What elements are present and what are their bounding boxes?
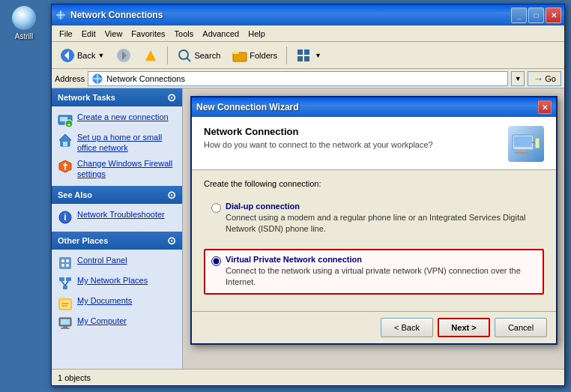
home-office-link[interactable]: Set up a home or small office network bbox=[58, 130, 176, 156]
astrill-label: Astrill bbox=[15, 32, 33, 40]
vpn-radio[interactable] bbox=[211, 256, 221, 266]
status-bar: 1 objects bbox=[52, 369, 564, 385]
see-also-expand-icon: ⊙ bbox=[167, 189, 176, 201]
minimize-button[interactable]: _ bbox=[511, 7, 527, 23]
back-label: Back bbox=[77, 51, 95, 60]
address-dropdown[interactable]: ▼ bbox=[511, 71, 525, 86]
toolbar-separator-2 bbox=[286, 46, 287, 64]
svg-line-35 bbox=[61, 281, 65, 286]
views-button[interactable]: ▼ bbox=[291, 45, 327, 66]
forward-button[interactable] bbox=[111, 45, 136, 66]
network-tasks-section: Network Tasks ⊙ + bbox=[52, 88, 182, 184]
desktop-icon-astrill[interactable]: Astrill bbox=[6, 6, 42, 40]
my-computer-link[interactable]: My Computer bbox=[58, 313, 176, 334]
wizard-title: New Connection Wizard bbox=[196, 102, 538, 112]
menu-view[interactable]: View bbox=[100, 28, 127, 40]
window-icon bbox=[55, 9, 67, 21]
vpn-title: Virtual Private Network connection bbox=[226, 255, 537, 264]
search-button[interactable]: Search bbox=[172, 45, 226, 66]
address-value: Network Connections bbox=[106, 74, 185, 83]
back-wizard-button[interactable]: < Back bbox=[381, 318, 433, 337]
see-also-header[interactable]: See Also ⊙ bbox=[52, 186, 182, 204]
other-places-header[interactable]: Other Places ⊙ bbox=[52, 232, 182, 250]
address-label: Address bbox=[55, 74, 85, 83]
wizard-header-title: Network Connection bbox=[204, 126, 508, 137]
svg-point-31 bbox=[66, 264, 69, 267]
up-button[interactable] bbox=[138, 45, 163, 66]
create-connection-label: Create a new connection bbox=[77, 112, 169, 122]
network-tasks-header[interactable]: Network Tasks ⊙ bbox=[52, 88, 182, 106]
dialup-radio[interactable] bbox=[211, 203, 221, 213]
svg-marker-7 bbox=[145, 50, 156, 61]
main-window: Network Connections _ □ ✕ File Edit View… bbox=[51, 4, 565, 386]
network-tasks-expand-icon: ⊙ bbox=[167, 91, 176, 103]
create-connection-link[interactable]: + Create a new connection bbox=[58, 109, 176, 130]
my-computer-label: My Computer bbox=[77, 316, 127, 326]
menu-tools[interactable]: Tools bbox=[170, 28, 199, 40]
go-label: Go bbox=[545, 74, 556, 83]
svg-rect-32 bbox=[59, 277, 64, 281]
see-also-title: See Also bbox=[58, 190, 92, 199]
wizard-header-text: Network Connection How do you want to co… bbox=[204, 126, 508, 149]
menu-help[interactable]: Help bbox=[244, 28, 270, 40]
toolbar-separator-1 bbox=[167, 46, 168, 64]
see-also-section: See Also ⊙ i Network Troubleshooter bbox=[52, 186, 182, 230]
views-dropdown-icon[interactable]: ▼ bbox=[315, 52, 321, 59]
svg-line-36 bbox=[65, 281, 68, 286]
svg-rect-24 bbox=[63, 142, 67, 146]
svg-rect-12 bbox=[297, 49, 303, 55]
svg-rect-38 bbox=[59, 298, 65, 301]
svg-text:+: + bbox=[67, 121, 71, 127]
up-icon bbox=[143, 48, 158, 63]
address-field[interactable]: Network Connections bbox=[88, 71, 508, 86]
maximize-button[interactable]: □ bbox=[528, 7, 544, 23]
next-wizard-button[interactable]: Next > bbox=[438, 318, 490, 337]
troubleshooter-link[interactable]: i Network Troubleshooter bbox=[58, 207, 176, 227]
views-icon bbox=[296, 48, 311, 63]
cancel-wizard-button[interactable]: Cancel bbox=[495, 318, 547, 337]
svg-point-29 bbox=[66, 259, 69, 262]
home-office-icon bbox=[58, 133, 73, 148]
menu-file[interactable]: File bbox=[55, 28, 77, 40]
vpn-desc: Connect to the network using a virtual p… bbox=[226, 266, 521, 286]
close-button[interactable]: ✕ bbox=[546, 7, 561, 23]
dialup-desc: Connect using a modem and a regular phon… bbox=[226, 213, 526, 233]
svg-rect-46 bbox=[514, 136, 532, 147]
vpn-label[interactable]: Virtual Private Network connection Conne… bbox=[226, 255, 537, 289]
svg-rect-11 bbox=[233, 51, 239, 54]
menu-favorites[interactable]: Favorites bbox=[127, 28, 169, 40]
my-network-link[interactable]: My Network Places bbox=[58, 273, 176, 293]
svg-point-28 bbox=[61, 259, 64, 262]
control-panel-link[interactable]: Control Panel bbox=[58, 253, 176, 273]
svg-rect-48 bbox=[515, 152, 528, 154]
title-bar: Network Connections _ □ ✕ bbox=[52, 4, 564, 25]
folders-button[interactable]: Folders bbox=[227, 45, 283, 66]
svg-rect-43 bbox=[63, 326, 67, 328]
dialup-label[interactable]: Dial-up connection Connect using a modem… bbox=[226, 202, 537, 235]
firewall-label: Change Windows Firewall settings bbox=[77, 158, 176, 180]
wizard-header-icon bbox=[508, 126, 544, 162]
back-button[interactable]: Back ▼ bbox=[55, 45, 109, 66]
firewall-link[interactable]: Change Windows Firewall settings bbox=[58, 156, 176, 182]
network-tasks-title: Network Tasks bbox=[58, 93, 115, 102]
svg-point-30 bbox=[61, 264, 64, 267]
back-dropdown-icon[interactable]: ▼ bbox=[97, 52, 104, 59]
my-network-icon bbox=[58, 276, 73, 291]
go-button[interactable]: → Go bbox=[528, 71, 561, 86]
folders-label: Folders bbox=[250, 51, 277, 60]
my-documents-link[interactable]: My Documents bbox=[58, 293, 176, 313]
dialup-option: Dial-up connection Connect using a modem… bbox=[204, 196, 544, 241]
wizard-content: Create the following connection: Dial-up… bbox=[192, 170, 556, 311]
svg-rect-33 bbox=[66, 277, 71, 281]
wizard-close-button[interactable]: ✕ bbox=[538, 100, 552, 114]
svg-rect-37 bbox=[59, 299, 71, 310]
search-label: Search bbox=[194, 51, 220, 60]
wizard-footer: < Back Next > Cancel bbox=[192, 311, 556, 343]
svg-rect-47 bbox=[517, 150, 526, 152]
svg-rect-14 bbox=[297, 56, 303, 61]
dialup-title: Dial-up connection bbox=[226, 202, 537, 211]
window-title: Network Connections bbox=[70, 10, 511, 20]
svg-rect-15 bbox=[304, 56, 309, 61]
menu-edit[interactable]: Edit bbox=[77, 28, 100, 40]
menu-advanced[interactable]: Advanced bbox=[198, 28, 244, 40]
